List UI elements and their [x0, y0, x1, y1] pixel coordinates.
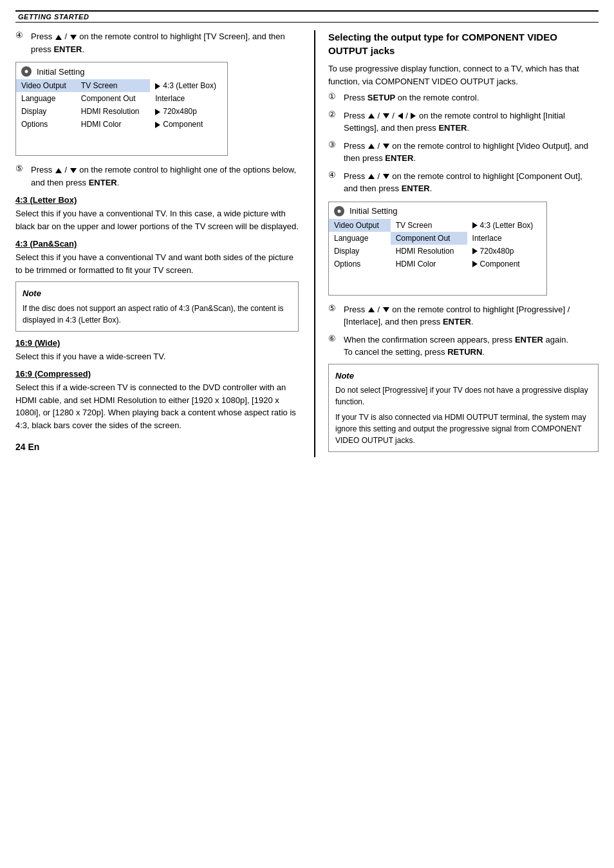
down-arrow-icon — [70, 168, 77, 173]
letterbox-title: 4:3 (Letter Box) — [15, 195, 299, 205]
table-cell: Component Out — [391, 232, 467, 245]
right-step-1: ① Press SETUP on the remote control. — [328, 91, 599, 104]
right-step-5-num: ⑤ — [328, 303, 340, 314]
right-step-1-text: Press SETUP on the remote control. — [344, 91, 599, 104]
down-arrow-icon — [383, 307, 389, 312]
up-arrow-icon — [55, 168, 62, 173]
table-row: Display HDMI Resolution 720x480p — [16, 105, 227, 118]
table-cell: HDMI Resolution — [391, 245, 467, 258]
table-row: Video Output TV Screen 4:3 (Letter Box) — [16, 79, 227, 92]
note-2-text-2: If your TV is also connected via HDMI OU… — [335, 411, 591, 446]
table-cell: 720x480p — [467, 245, 546, 258]
note-1-text: If the disc does not support an aspect r… — [23, 303, 292, 326]
table-row: Video Output TV Screen 4:3 (Letter Box) — [329, 219, 546, 232]
table-row — [16, 149, 227, 155]
up-arrow-icon — [368, 113, 375, 118]
wide-text: Select this if you have a wide-screen TV… — [15, 350, 299, 363]
table-row — [16, 131, 227, 149]
table-cell: TV Screen — [391, 219, 467, 232]
step-4-left: ④ Press / on the remote control to highl… — [15, 30, 299, 55]
table-cell: Component — [150, 118, 227, 131]
down-arrow-icon — [383, 113, 389, 118]
step-4-num: ④ — [15, 30, 27, 41]
table-cell: Video Output — [329, 219, 391, 232]
panscan-text: Select this if you have a conventional T… — [15, 251, 299, 276]
main-content: ④ Press / on the remote control to highl… — [15, 30, 599, 457]
right-step-2: ② Press / / / on the remote control to h… — [328, 109, 599, 135]
settings-table-2: Video Output TV Screen 4:3 (Letter Box) … — [329, 219, 546, 295]
settings-box-1-title-text: Initial Setting — [37, 67, 84, 77]
right-step-2-num: ② — [328, 109, 340, 120]
arrow-right-icon — [472, 222, 478, 229]
arrow-right-icon — [155, 122, 160, 128]
up-arrow-icon — [368, 144, 375, 149]
compressed-title: 16:9 (Compressed) — [15, 369, 299, 379]
header-bar: GETTING STARTED — [15, 10, 599, 23]
section-title: Selecting the output type for COMPONENT … — [328, 30, 599, 57]
right-step-6: ⑥ When the confirmation screen appears, … — [328, 334, 599, 359]
table-cell: Display — [329, 245, 391, 258]
down-arrow-icon — [383, 174, 389, 179]
right-step-6-text: When the confirmation screen appears, pr… — [344, 334, 599, 359]
page-number: 24 En — [15, 442, 299, 452]
settings-box-1: Initial Setting Video Output TV Screen 4… — [15, 62, 228, 156]
disk-icon-2 — [334, 206, 344, 216]
right-step-5: ⑤ Press / on the remote control to highl… — [328, 303, 599, 328]
arrow-right-icon — [155, 83, 160, 90]
table-cell: Language — [16, 92, 76, 105]
right-step-3: ③ Press / on the remote control to highl… — [328, 140, 599, 165]
step-5-num: ⑤ — [15, 164, 27, 174]
table-cell: HDMI Color — [391, 258, 467, 270]
settings-box-1-title: Initial Setting — [16, 62, 227, 79]
table-cell: 4:3 (Letter Box) — [467, 219, 546, 232]
letterbox-text: Select this if you have a conventional T… — [15, 207, 299, 232]
table-cell: HDMI Resolution — [76, 105, 150, 118]
note-2-title: Note — [335, 370, 591, 382]
right-arrow-icon — [411, 113, 416, 119]
note-box-1: Note If the disc does not support an asp… — [15, 281, 299, 332]
table-row: Display HDMI Resolution 720x480p — [329, 245, 546, 258]
table-cell: HDMI Color — [76, 118, 150, 131]
table-row: Options HDMI Color Component — [16, 118, 227, 131]
step-4-text: Press / on the remote control to highlig… — [31, 30, 299, 55]
arrow-right-icon — [155, 109, 160, 115]
right-step-6-num: ⑥ — [328, 334, 340, 344]
table-cell: Language — [329, 232, 391, 245]
note-2-text-1: Do not select [Progressive] if your TV d… — [335, 384, 591, 408]
note-box-2: Note Do not select [Progressive] if your… — [328, 364, 599, 453]
table-row: Language Component Out Interlace — [329, 232, 546, 245]
step-5-left: ⑤ Press / on the remote control to highl… — [15, 164, 299, 189]
up-arrow-icon — [55, 35, 62, 40]
page-num-value: 24 — [15, 442, 26, 452]
settings-table-1: Video Output TV Screen 4:3 (Letter Box) … — [16, 79, 227, 155]
right-step-4-num: ④ — [328, 170, 340, 180]
down-arrow-icon — [383, 144, 389, 149]
table-cell: Display — [16, 105, 76, 118]
arrow-right-icon — [472, 248, 478, 254]
table-cell: Options — [16, 118, 76, 131]
table-cell: 720x480p — [150, 105, 227, 118]
table-cell: Interlace — [150, 92, 227, 105]
page-lang: En — [28, 442, 39, 452]
arrow-right-icon — [472, 261, 478, 267]
section-intro: To use progressive display function, con… — [328, 62, 599, 88]
table-cell: Component Out — [76, 92, 150, 105]
table-row — [329, 288, 546, 295]
note-1-title: Note — [23, 287, 292, 300]
right-step-3-text: Press / on the remote control to highlig… — [344, 140, 599, 165]
settings-box-2-title-text: Initial Setting — [349, 206, 397, 216]
up-arrow-icon — [368, 307, 375, 312]
right-step-1-num: ① — [328, 91, 340, 102]
page: GETTING STARTED ④ Press / on the remote … — [0, 0, 614, 868]
right-step-5-text: Press / on the remote control to highlig… — [344, 303, 599, 328]
down-arrow-icon — [70, 35, 77, 40]
up-arrow-icon — [368, 174, 375, 179]
header-label: GETTING STARTED — [18, 13, 89, 21]
table-row: Options HDMI Color Component — [329, 258, 546, 270]
table-row: Language Component Out Interlace — [16, 92, 227, 105]
right-step-2-text: Press / / / on the remote control to hig… — [344, 109, 599, 135]
right-column: Selecting the output type for COMPONENT … — [314, 30, 599, 457]
compressed-text: Select this if a wide-screen TV is conne… — [15, 381, 299, 431]
disk-icon — [21, 66, 32, 77]
right-step-3-num: ③ — [328, 140, 340, 150]
